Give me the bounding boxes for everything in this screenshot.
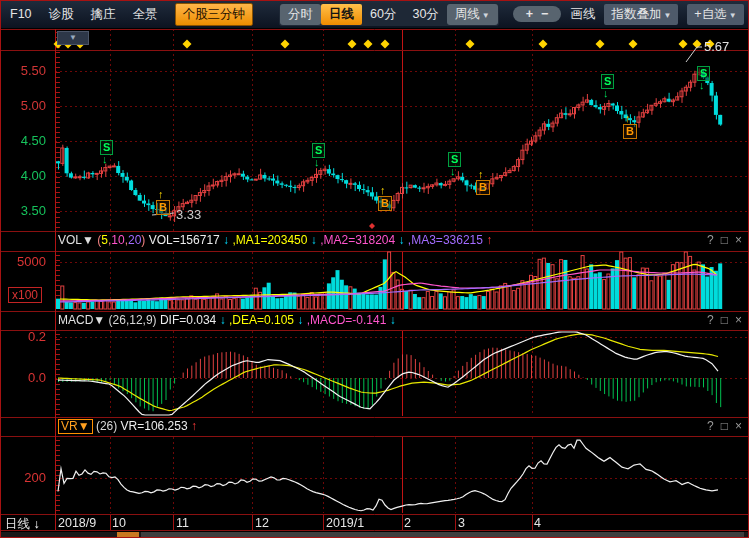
pane-icons-2: ?□× (700, 419, 742, 433)
app-window: F10诊股擒庄全景个股三分钟 分时日线60分30分周线▼ + − 画线 指数叠加… (0, 0, 749, 538)
chart-canvas[interactable] (0, 28, 749, 532)
pane-close-icon[interactable]: × (735, 419, 742, 433)
scrollbar-thumb[interactable] (117, 532, 139, 538)
macd-header-dropdown[interactable]: MACD▼ (58, 313, 105, 327)
period-tab-分时[interactable]: 分时 (280, 4, 321, 25)
toolbar-item-1[interactable]: 诊股 (49, 6, 74, 23)
draw-line-button[interactable]: 画线 (570, 6, 595, 23)
vr-indicator-dropdown[interactable]: VR▼ (58, 419, 93, 434)
add-watchlist-button[interactable]: +自选▼ (687, 4, 743, 25)
pane-close-icon[interactable]: × (735, 313, 742, 327)
pane-close-icon[interactable]: × (735, 233, 742, 247)
period-tab-30分[interactable]: 30分 (404, 4, 446, 25)
toolbar-item-4[interactable]: 个股三分钟 (175, 3, 254, 26)
horizontal-scrollbar[interactable] (1, 532, 748, 538)
pane-maximize-icon[interactable]: □ (721, 313, 728, 327)
pane-help-icon[interactable]: ? (707, 233, 714, 247)
pane-maximize-icon[interactable]: □ (721, 419, 728, 433)
pane-icons-1: ?□× (700, 313, 742, 327)
pane-maximize-icon[interactable]: □ (721, 233, 728, 247)
period-tab-周线[interactable]: 周线▼ (447, 4, 498, 25)
toolbar-item-2[interactable]: 擒庄 (91, 6, 116, 23)
chevron-down-icon: ▼ (663, 11, 671, 20)
pane-help-icon[interactable]: ? (707, 419, 714, 433)
period-tab-60分[interactable]: 60分 (362, 4, 404, 25)
toolbar-item-3[interactable]: 全景 (133, 6, 158, 23)
ma-settings-dropdown[interactable]: ▼ (57, 31, 89, 45)
toolbar: F10诊股擒庄全景个股三分钟 分时日线60分30分周线▼ + − 画线 指数叠加… (0, 0, 749, 28)
period-tab-group: 分时日线60分30分周线▼ (279, 3, 499, 26)
pane-icons-0: ?□× (700, 233, 742, 247)
zoom-in-button[interactable]: + (522, 7, 537, 21)
chevron-down-icon: ▼ (729, 11, 737, 20)
overlay-index-button[interactable]: 指数叠加▼ (604, 4, 678, 25)
chevron-down-icon: ▼ (482, 11, 490, 20)
zoom-out-button[interactable]: − (537, 7, 552, 21)
period-tab-日线[interactable]: 日线 (321, 4, 362, 25)
scrollbar-track[interactable] (141, 532, 744, 538)
vol-header-dropdown[interactable]: VOL▼ (58, 233, 94, 247)
toolbar-left-group: F10诊股擒庄全景个股三分钟 (10, 3, 253, 26)
toolbar-item-0[interactable]: F10 (10, 7, 32, 21)
toolbar-right-group: 画线 指数叠加▼ +自选▼ >| (561, 4, 749, 25)
zoom-control: + − (513, 6, 562, 22)
pane-help-icon[interactable]: ? (707, 313, 714, 327)
